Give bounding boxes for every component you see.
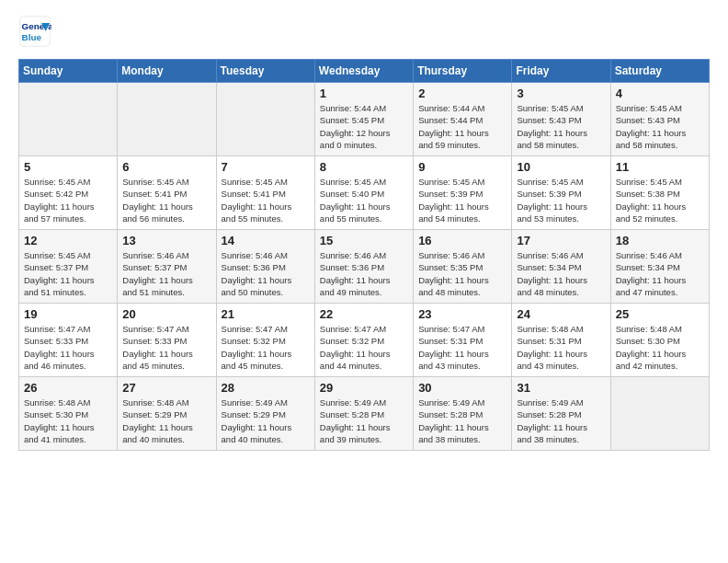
calendar-table: SundayMondayTuesdayWednesdayThursdayFrid…: [18, 59, 710, 451]
calendar-cell: 29Sunrise: 5:49 AM Sunset: 5:28 PM Dayli…: [314, 377, 413, 451]
day-info: Sunrise: 5:48 AM Sunset: 5:29 PM Dayligh…: [122, 396, 210, 445]
calendar-week-row: 1Sunrise: 5:44 AM Sunset: 5:45 PM Daylig…: [19, 83, 710, 156]
day-info: Sunrise: 5:48 AM Sunset: 5:30 PM Dayligh…: [616, 323, 704, 372]
day-number: 28: [222, 381, 310, 395]
calendar-cell: 3Sunrise: 5:45 AM Sunset: 5:43 PM Daylig…: [512, 83, 610, 156]
day-number: 12: [24, 234, 112, 247]
calendar-cell: 16Sunrise: 5:46 AM Sunset: 5:35 PM Dayli…: [414, 230, 512, 304]
calendar-cell: 25Sunrise: 5:48 AM Sunset: 5:30 PM Dayli…: [610, 304, 709, 377]
day-info: Sunrise: 5:46 AM Sunset: 5:36 PM Dayligh…: [320, 249, 408, 298]
day-info: Sunrise: 5:45 AM Sunset: 5:39 PM Dayligh…: [517, 176, 605, 224]
day-number: 25: [616, 307, 704, 321]
day-number: 19: [24, 307, 112, 321]
day-info: Sunrise: 5:46 AM Sunset: 5:34 PM Dayligh…: [517, 249, 605, 298]
calendar-cell: [216, 83, 314, 156]
day-number: 13: [122, 234, 210, 247]
day-info: Sunrise: 5:49 AM Sunset: 5:28 PM Dayligh…: [320, 396, 408, 445]
day-number: 24: [517, 307, 605, 321]
day-of-week-header: Thursday: [414, 60, 512, 83]
day-number: 23: [418, 307, 506, 321]
day-number: 7: [222, 160, 310, 174]
day-info: Sunrise: 5:44 AM Sunset: 5:45 PM Dayligh…: [320, 102, 408, 151]
day-number: 16: [418, 234, 506, 247]
calendar-cell: 14Sunrise: 5:46 AM Sunset: 5:36 PM Dayli…: [216, 230, 314, 304]
calendar-cell: 12Sunrise: 5:45 AM Sunset: 5:37 PM Dayli…: [19, 230, 118, 304]
day-number: 30: [418, 381, 506, 395]
calendar-cell: [19, 83, 118, 156]
day-info: Sunrise: 5:45 AM Sunset: 5:37 PM Dayligh…: [24, 249, 112, 298]
calendar-cell: 24Sunrise: 5:48 AM Sunset: 5:31 PM Dayli…: [512, 304, 610, 377]
day-number: 8: [320, 160, 408, 174]
day-of-week-header: Sunday: [19, 60, 118, 83]
day-info: Sunrise: 5:49 AM Sunset: 5:28 PM Dayligh…: [418, 396, 506, 445]
day-number: 6: [122, 160, 210, 174]
day-number: 17: [517, 234, 605, 247]
calendar-cell: 1Sunrise: 5:44 AM Sunset: 5:45 PM Daylig…: [314, 83, 413, 156]
day-info: Sunrise: 5:47 AM Sunset: 5:31 PM Dayligh…: [418, 323, 506, 372]
calendar-cell: 9Sunrise: 5:45 AM Sunset: 5:39 PM Daylig…: [414, 156, 512, 230]
day-info: Sunrise: 5:45 AM Sunset: 5:41 PM Dayligh…: [222, 176, 310, 224]
day-number: 4: [616, 86, 704, 100]
day-number: 1: [320, 86, 408, 100]
calendar-cell: 2Sunrise: 5:44 AM Sunset: 5:44 PM Daylig…: [414, 83, 512, 156]
calendar-week-row: 19Sunrise: 5:47 AM Sunset: 5:33 PM Dayli…: [19, 304, 710, 377]
day-info: Sunrise: 5:47 AM Sunset: 5:32 PM Dayligh…: [222, 323, 310, 372]
day-of-week-header: Wednesday: [314, 60, 413, 83]
day-info: Sunrise: 5:44 AM Sunset: 5:44 PM Dayligh…: [418, 102, 506, 151]
day-number: 11: [616, 160, 704, 174]
calendar-cell: 28Sunrise: 5:49 AM Sunset: 5:29 PM Dayli…: [216, 377, 314, 451]
calendar-cell: 30Sunrise: 5:49 AM Sunset: 5:28 PM Dayli…: [414, 377, 512, 451]
day-number: 3: [517, 86, 605, 100]
day-info: Sunrise: 5:48 AM Sunset: 5:31 PM Dayligh…: [517, 323, 605, 372]
calendar-cell: 31Sunrise: 5:49 AM Sunset: 5:28 PM Dayli…: [512, 377, 610, 451]
calendar-cell: 4Sunrise: 5:45 AM Sunset: 5:43 PM Daylig…: [610, 83, 709, 156]
calendar-week-row: 5Sunrise: 5:45 AM Sunset: 5:42 PM Daylig…: [19, 156, 710, 230]
calendar-body: 1Sunrise: 5:44 AM Sunset: 5:45 PM Daylig…: [19, 83, 710, 451]
calendar-cell: 20Sunrise: 5:47 AM Sunset: 5:33 PM Dayli…: [118, 304, 216, 377]
day-info: Sunrise: 5:46 AM Sunset: 5:37 PM Dayligh…: [122, 249, 210, 298]
calendar-cell: 21Sunrise: 5:47 AM Sunset: 5:32 PM Dayli…: [216, 304, 314, 377]
day-number: 9: [418, 160, 506, 174]
calendar-cell: 19Sunrise: 5:47 AM Sunset: 5:33 PM Dayli…: [19, 304, 118, 377]
page-container: General Blue SundayMondayTuesdayWednesda…: [0, 0, 728, 460]
day-info: Sunrise: 5:45 AM Sunset: 5:41 PM Dayligh…: [122, 176, 210, 224]
calendar-cell: 18Sunrise: 5:46 AM Sunset: 5:34 PM Dayli…: [610, 230, 709, 304]
logo-icon: General Blue: [18, 15, 51, 48]
day-number: 15: [320, 234, 408, 247]
day-info: Sunrise: 5:47 AM Sunset: 5:33 PM Dayligh…: [122, 323, 210, 372]
calendar-cell: [610, 377, 709, 451]
day-info: Sunrise: 5:48 AM Sunset: 5:30 PM Dayligh…: [24, 396, 112, 445]
day-info: Sunrise: 5:45 AM Sunset: 5:40 PM Dayligh…: [320, 176, 408, 224]
calendar-cell: [118, 83, 216, 156]
day-info: Sunrise: 5:46 AM Sunset: 5:36 PM Dayligh…: [222, 249, 310, 298]
calendar-week-row: 12Sunrise: 5:45 AM Sunset: 5:37 PM Dayli…: [19, 230, 710, 304]
day-info: Sunrise: 5:46 AM Sunset: 5:35 PM Dayligh…: [418, 249, 506, 298]
day-of-week-header: Tuesday: [216, 60, 314, 83]
day-info: Sunrise: 5:47 AM Sunset: 5:32 PM Dayligh…: [320, 323, 408, 372]
day-number: 22: [320, 307, 408, 321]
day-number: 26: [24, 381, 112, 395]
day-number: 27: [122, 381, 210, 395]
calendar-cell: 7Sunrise: 5:45 AM Sunset: 5:41 PM Daylig…: [216, 156, 314, 230]
logo: General Blue: [18, 15, 51, 48]
day-info: Sunrise: 5:45 AM Sunset: 5:42 PM Dayligh…: [24, 176, 112, 224]
day-number: 29: [320, 381, 408, 395]
day-info: Sunrise: 5:47 AM Sunset: 5:33 PM Dayligh…: [24, 323, 112, 372]
calendar-header-row: SundayMondayTuesdayWednesdayThursdayFrid…: [19, 60, 710, 83]
day-number: 2: [418, 86, 506, 100]
calendar-week-row: 26Sunrise: 5:48 AM Sunset: 5:30 PM Dayli…: [19, 377, 710, 451]
day-of-week-header: Saturday: [610, 60, 709, 83]
day-number: 14: [222, 234, 310, 247]
calendar-cell: 11Sunrise: 5:45 AM Sunset: 5:38 PM Dayli…: [610, 156, 709, 230]
day-number: 31: [517, 381, 605, 395]
calendar-cell: 27Sunrise: 5:48 AM Sunset: 5:29 PM Dayli…: [118, 377, 216, 451]
day-info: Sunrise: 5:45 AM Sunset: 5:43 PM Dayligh…: [517, 102, 605, 151]
day-of-week-header: Monday: [118, 60, 216, 83]
day-number: 10: [517, 160, 605, 174]
day-info: Sunrise: 5:49 AM Sunset: 5:29 PM Dayligh…: [222, 396, 310, 445]
header: General Blue: [18, 15, 710, 48]
calendar-cell: 13Sunrise: 5:46 AM Sunset: 5:37 PM Dayli…: [118, 230, 216, 304]
day-of-week-header: Friday: [512, 60, 610, 83]
day-info: Sunrise: 5:45 AM Sunset: 5:43 PM Dayligh…: [616, 102, 704, 151]
day-info: Sunrise: 5:45 AM Sunset: 5:39 PM Dayligh…: [418, 176, 506, 224]
